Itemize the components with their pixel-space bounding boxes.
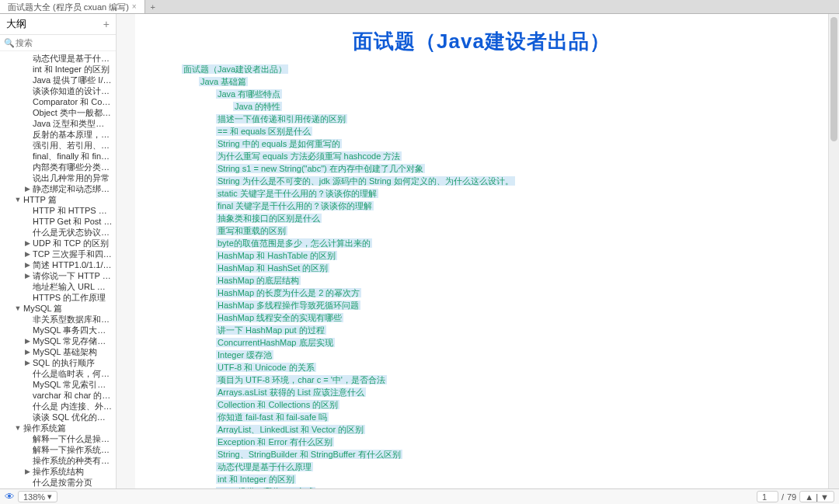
toc-entry[interactable]: 讲一下 HashMap put 的过程 [216,324,782,336]
toc-entry[interactable]: Integer 缓存池 [216,349,782,361]
outline-search-input[interactable] [0,35,116,50]
disclosure-closed-icon[interactable]: ▶ [23,238,31,249]
disclosure-closed-icon[interactable]: ▶ [23,466,31,477]
toc-entry[interactable]: 为什么重写 equals 方法必须重写 hashcode 方法 [216,150,782,162]
outline-item[interactable]: 反射的基本原理，反射… [0,129,116,140]
toc-entry[interactable]: String s1 = new String("abc") 在内存中创建了几个对… [216,162,782,175]
outline-item-label: 请你说一下 HTTP 常见… [33,270,113,281]
toc-entry-label: 重写和重载的区别 [216,226,287,235]
outline-item[interactable]: HTTP Get 和 Post 区别 [0,216,116,227]
outline-item[interactable]: ▶MySQL 常见存储引擎的… [0,335,116,346]
new-tab-button[interactable]: + [145,0,161,13]
vertical-scrollbar[interactable] [828,14,839,488]
toc-entry[interactable]: HashMap 多线程操作导致死循环问题 [216,299,782,311]
outline-item[interactable]: 强引用、若引用、虚引… [0,140,116,151]
toc-entry[interactable]: 面试题（Java建设者出品） [182,63,782,75]
close-icon[interactable]: × [132,0,137,14]
toc-entry[interactable]: int 和 Integer 的区别 [216,473,782,485]
disclosure-closed-icon[interactable]: ▶ [23,270,31,281]
toc-entry[interactable]: Java 提供了哪些 I/O 方式 [216,485,782,488]
outline-item[interactable]: 动态代理是基于什么原理 [0,53,116,64]
disclosure-closed-icon[interactable]: ▶ [23,259,31,270]
toc-entry[interactable]: Collection 和 Collections 的区别 [216,398,782,411]
outline-item[interactable]: MySQL 常见索引类型 [0,379,116,390]
toc-entry[interactable]: Java 基础篇 [199,75,782,88]
outline-item[interactable]: Java 提供了哪些 I/O 方式 [0,75,116,85]
toc-entry[interactable]: HashMap 的底层结构 [216,274,782,287]
outline-item[interactable]: ▶UDP 和 TCP 的区别 [0,238,116,249]
toc-entry[interactable]: HashMap 和 HashSet 的区别 [216,262,782,274]
outline-item[interactable]: ▶MySQL 基础架构 [0,346,116,357]
outline-item[interactable]: ▼HTTP 篇 [0,194,116,205]
toc-entry[interactable]: String、StringBuilder 和 StringBuffer 有什么区… [216,448,782,461]
toc-entry[interactable]: Java 有哪些特点 [216,88,782,100]
outline-item[interactable]: ▶SQL 的执行顺序 [0,357,116,368]
outline-item[interactable]: HTTPS 的工作原理 [0,292,116,303]
outline-item[interactable]: 解释一下操作系统的主… [0,444,116,455]
outline-item[interactable]: ▶请你说一下 HTTP 常见… [0,270,116,281]
toc-entry[interactable]: 动态代理是基于什么原理 [216,461,782,473]
outline-item[interactable]: ▶简述 HTTP1.0/1.1/2.0 的… [0,259,116,270]
toc-entry[interactable]: 描述一下值传递和引用传递的区别 [216,113,782,125]
outline-item[interactable]: 说出几种常用的异常 [0,172,116,183]
disclosure-open-icon[interactable]: ▼ [14,194,22,205]
disclosure-open-icon[interactable]: ▼ [14,303,22,314]
toc-entry[interactable]: == 和 equals 区别是什么 [216,125,782,137]
toc-entry[interactable]: Arrays.asList 获得的 List 应该注意什么 [216,386,782,398]
outline-item[interactable]: ▶TCP 三次握手和四次挥手 [0,249,116,259]
disclosure-closed-icon[interactable]: ▶ [23,357,31,368]
outline-item[interactable]: varchar 和 char 的区别… [0,390,116,401]
toc-entry[interactable]: 你知道 fail-fast 和 fail-safe 吗 [216,411,782,423]
outline-item[interactable]: Comparator 和 Compar… [0,96,116,107]
toc-entry[interactable]: UTF-8 和 Unicode 的关系 [216,361,782,374]
outline-item[interactable]: 什么是 内连接、外连接… [0,401,116,412]
toc-entry[interactable]: HashMap 线程安全的实现有哪些 [216,311,782,324]
toc-entry[interactable]: HashMap 的长度为什么是 2 的幂次方 [216,287,782,299]
outline-item[interactable]: 什么是按需分页 [0,477,116,488]
toc-entry[interactable]: 抽象类和接口的区别是什么 [216,212,782,224]
disclosure-closed-icon[interactable]: ▶ [23,249,31,259]
outline-item[interactable]: 解释一下什么是操作系统 [0,433,116,444]
toc-entry[interactable]: final 关键字是干什么用的？谈谈你的理解 [216,200,782,212]
toc-entry[interactable]: ConcurrentHashMap 底层实现 [216,336,782,349]
view-mode-icon[interactable]: 👁 [5,491,15,502]
outline-item[interactable]: 地址栏输入 URL 发生了… [0,281,116,292]
toc-entry[interactable]: 项目为 UTF-8 环境，char c = '中'，是否合法 [216,374,782,386]
outline-item[interactable]: ▶操作系统结构 [0,466,116,477]
outline-item[interactable]: Object 类中一般都有哪… [0,107,116,118]
toc-entry[interactable]: Exception 和 Error 有什么区别 [216,436,782,448]
outline-item[interactable]: HTTP 和 HTTPS 的区别 [0,205,116,216]
outline-item[interactable]: 什么是临时表，何时删… [0,368,116,379]
scrollbar-thumb[interactable] [830,17,837,141]
toc-entry[interactable]: 重写和重载的区别 [216,224,782,237]
outline-item[interactable]: 谈谈你知道的设计模式 [0,85,116,96]
toc-entry[interactable]: ArrayList、LinkedList 和 Vector 的区别 [216,423,782,436]
disclosure-closed-icon[interactable]: ▶ [23,335,31,346]
outline-item[interactable]: MySQL 事务四大特性 [0,325,116,335]
outline-item[interactable]: final、finally 和 finalize(… [0,151,116,162]
disclosure-closed-icon[interactable]: ▶ [23,183,31,194]
outline-item[interactable]: 操作系统的种类有哪些 [0,455,116,466]
outline-item[interactable]: 什么是无状态协议，HT… [0,227,116,238]
page-current-input[interactable]: 1 [757,491,778,502]
outline-item[interactable]: int 和 Integer 的区别 [0,64,116,75]
page-step-buttons[interactable]: ▲ | ▼ [799,491,834,502]
outline-item[interactable]: ▶静态绑定和动态绑定的区别 [0,183,116,194]
outline-item[interactable]: ▼操作系统篇 [0,422,116,433]
outline-item[interactable]: 谈谈 SQL 优化的经验 [0,412,116,422]
toc-entry[interactable]: String 为什么是不可变的、jdk 源码中的 String 如何定义的、为什… [216,175,782,187]
disclosure-open-icon[interactable]: ▼ [14,422,22,433]
zoom-selector[interactable]: 138% ▾ [18,491,57,502]
outline-item[interactable]: 非关系型数据库和关系… [0,314,116,325]
toc-entry[interactable]: Java 的特性 [233,100,782,113]
toc-entry[interactable]: String 中的 equals 是如何重写的 [216,137,782,150]
toc-entry[interactable]: byte的取值范围是多少，怎么计算出来的 [216,237,782,249]
outline-item[interactable]: Java 泛型和类型擦除 [0,118,116,129]
outline-add-button[interactable]: + [103,18,110,30]
outline-item[interactable]: ▼MySQL 篇 [0,303,116,314]
toc-entry[interactable]: static 关键字是干什么用的？谈谈你的理解 [216,187,782,200]
toc-entry[interactable]: HashMap 和 HashTable 的区别 [216,249,782,262]
document-tab[interactable]: 面试题大全 (程序员 cxuan 编写) × [0,0,145,13]
outline-item[interactable]: 内部类有哪些分类，分… [0,162,116,172]
disclosure-closed-icon[interactable]: ▶ [23,346,31,357]
